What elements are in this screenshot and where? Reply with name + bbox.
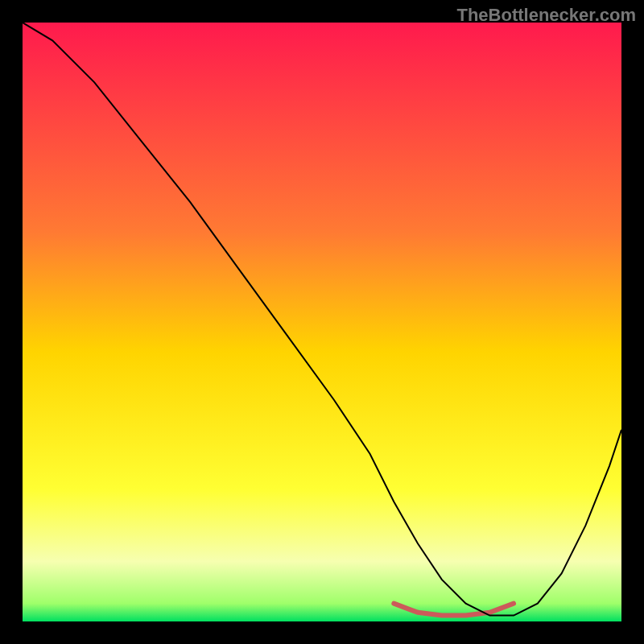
chart-svg — [23, 23, 621, 621]
gradient-background — [23, 23, 621, 621]
watermark-text: TheBottlenecker.com — [456, 5, 636, 26]
chart-area — [23, 23, 621, 621]
